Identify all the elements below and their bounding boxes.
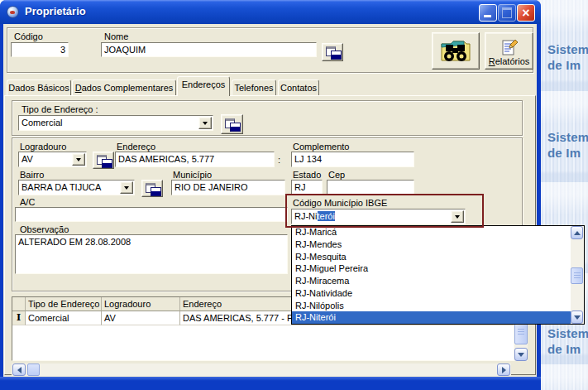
municipio-field[interactable]: RIO DE JANEIRO: [171, 180, 285, 195]
minimize-button[interactable]: [479, 4, 497, 22]
window-title: Proprietário: [25, 5, 86, 17]
dropdown-arrow-icon: [76, 158, 81, 164]
dropdown-item[interactable]: RJ-Maricá: [292, 226, 584, 238]
ibge-dropdown-list[interactable]: RJ-Maricá RJ-Mendes RJ-Mesquita RJ-Migue…: [291, 225, 585, 325]
watermark-line2: de Im: [547, 341, 588, 357]
minimize-icon: [484, 15, 491, 17]
codigo-label: Código: [14, 31, 43, 41]
watermark-line1: Sistem: [547, 41, 588, 57]
cascade-windows-icon: [146, 183, 160, 195]
table-header-selector: [12, 297, 26, 311]
dropdown-item[interactable]: RJ-Miracema: [292, 275, 584, 287]
scroll-left-icon: [17, 367, 22, 373]
dropdown-item[interactable]: RJ-Mesquita: [292, 251, 584, 263]
endereco-separator: :: [278, 155, 280, 165]
endereco-label: Endereço: [117, 142, 155, 152]
reports-button[interactable]: Relatórios: [485, 32, 533, 70]
tab-contatos[interactable]: Contatos: [278, 79, 319, 96]
report-pencil-icon: [500, 38, 519, 56]
scroll-up-button[interactable]: [571, 226, 583, 239]
dropdown-item[interactable]: RJ-Nilópolis: [292, 300, 584, 312]
scroll-down-button[interactable]: [514, 348, 528, 361]
maximize-icon: [502, 7, 512, 18]
title-bar[interactable]: Proprietário ×: [0, 0, 541, 24]
dropdown-item[interactable]: RJ-Miguel Pereira: [292, 262, 584, 275]
complemento-field[interactable]: LJ 134: [291, 152, 414, 167]
nome-label: Nome: [104, 31, 128, 41]
row-cell-tipo[interactable]: Comercial: [26, 311, 102, 325]
tab-dados-basicos[interactable]: Dados Básicos: [7, 79, 71, 96]
nome-lookup-button[interactable]: [322, 43, 343, 61]
table-horizontal-scrollbar[interactable]: [12, 364, 511, 376]
background-watermark: Sistem de Im: [547, 129, 588, 161]
logradouro-lookup-button[interactable]: [93, 152, 114, 169]
bairro-dropdown-button[interactable]: [120, 181, 133, 194]
scroll-right-button[interactable]: [497, 364, 510, 376]
cep-label: Cep: [328, 170, 345, 180]
screen: Sistem de Im Sistem de Im Sistem de Im P…: [0, 0, 588, 390]
scroll-down-icon: [518, 353, 524, 357]
complemento-label: Complemento: [293, 142, 349, 152]
tab-telefones[interactable]: Telefones: [232, 79, 276, 96]
thumb-grip: [518, 329, 524, 335]
bairro-label: Bairro: [20, 170, 44, 180]
tipo-endereco-lookup-button[interactable]: [221, 114, 243, 134]
cascade-windows-icon: [225, 118, 239, 130]
window-bottom-border: [0, 377, 541, 390]
app-icon: [7, 6, 19, 18]
table-header-tipo: Tipo de Endereço: [26, 297, 102, 311]
watermark-line1: Sistem: [547, 325, 588, 341]
tipo-endereco-dropdown-button[interactable]: [198, 117, 212, 129]
municipio-label: Município: [173, 170, 212, 180]
background-watermark: Sistem de Im: [547, 325, 588, 357]
observacao-textarea[interactable]: ALTERADO EM 28.08.2008: [15, 234, 288, 274]
scroll-right-icon: [502, 367, 506, 373]
close-button[interactable]: ×: [517, 4, 535, 22]
dropdown-item[interactable]: RJ-Natividade: [292, 287, 584, 300]
scroll-left-button[interactable]: [12, 364, 26, 376]
cascade-windows-icon: [97, 155, 111, 166]
logradouro-dropdown-button[interactable]: [72, 153, 85, 166]
dropdown-arrow-icon: [203, 122, 208, 128]
tab-dados-complementares[interactable]: Dados Complementares: [72, 79, 176, 96]
dropdown-item-selected[interactable]: RJ-Niterói: [292, 311, 584, 324]
tipo-endereco-label: Tipo de Endereço :: [22, 104, 98, 114]
bairro-lookup-button[interactable]: [141, 180, 163, 197]
thumb-grip: [574, 272, 581, 279]
scroll-up-icon: [574, 231, 581, 235]
annotation-highlight-box: [285, 194, 484, 228]
bairro-combobox[interactable]: BARRA DA TIJUCA: [18, 180, 135, 195]
maximize-button[interactable]: [498, 4, 516, 22]
binoculars-folder-icon: [439, 37, 472, 65]
logradouro-label: Logradouro: [20, 142, 66, 152]
table-header-logradouro: Logradouro: [102, 297, 180, 311]
observacao-label: Observação: [20, 224, 69, 234]
ac-field[interactable]: [15, 207, 288, 222]
watermark-line2: de Im: [547, 57, 588, 73]
watermark-line1: Sistem: [547, 129, 588, 145]
codigo-field[interactable]: 3: [11, 42, 69, 57]
dropdown-scrollbar-thumb[interactable]: [571, 267, 583, 284]
ac-label: A/C: [20, 197, 35, 207]
close-icon: ×: [522, 7, 529, 20]
logradouro-combobox[interactable]: AV: [18, 152, 87, 167]
row-selector-cell[interactable]: I: [12, 311, 26, 325]
scroll-down-icon: [574, 315, 581, 320]
tipo-endereco-combobox[interactable]: Comercial: [18, 115, 213, 131]
tab-enderecos[interactable]: Endereços: [177, 76, 230, 96]
reports-label: Relatórios: [489, 56, 530, 66]
horizontal-scrollbar-thumb[interactable]: [27, 364, 40, 376]
dropdown-scrollbar[interactable]: [571, 226, 584, 324]
search-button[interactable]: [432, 32, 480, 70]
row-cell-logradouro[interactable]: AV: [102, 311, 180, 325]
endereco-field[interactable]: DAS AMERICAS, 5.777: [115, 152, 275, 167]
estado-label: Estado: [293, 170, 321, 180]
background-watermark: Sistem de Im: [547, 41, 588, 73]
dropdown-item[interactable]: RJ-Mendes: [292, 238, 584, 251]
watermark-line2: de Im: [547, 145, 588, 161]
scroll-down-button[interactable]: [571, 311, 583, 324]
nome-field[interactable]: JOAQUIM: [101, 42, 317, 57]
dropdown-arrow-icon: [124, 186, 129, 192]
cascade-windows-icon: [326, 46, 340, 58]
